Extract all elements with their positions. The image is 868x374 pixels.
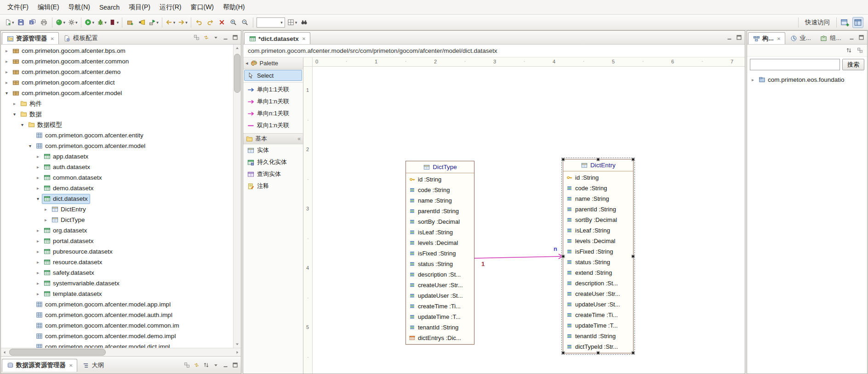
entity-attribute[interactable]: description :St... xyxy=(406,269,474,280)
tree-item[interactable]: com.primeton.gocom.afcenter.model.dict.i… xyxy=(1,341,233,348)
tree-item[interactable]: com.primeton.gocom.afcenter.model.demo.i… xyxy=(1,331,233,341)
menu-item[interactable]: 窗口(W) xyxy=(186,1,218,14)
tree-item[interactable]: com.primeton.gocom.afcenter.model.app.im… xyxy=(1,299,233,310)
twisty-icon[interactable]: ▸ xyxy=(3,69,11,74)
drawer-pin-icon[interactable]: « xyxy=(297,136,301,142)
maximize-icon[interactable] xyxy=(734,33,744,42)
twisty-icon[interactable]: ▸ xyxy=(34,175,42,180)
close-icon[interactable]: ✕ xyxy=(777,36,781,41)
entity-attribute[interactable]: isLeaf :String xyxy=(406,227,474,238)
entity-attribute[interactable]: updateTime :T... xyxy=(563,320,633,331)
profile-button[interactable]: ▾ xyxy=(108,17,120,28)
menu-item[interactable]: 项目(P) xyxy=(124,1,155,14)
twisty-icon[interactable]: ▸ xyxy=(34,260,42,265)
tree-item[interactable]: ▸systemvariable.datasetx xyxy=(1,278,233,289)
scrollbar-thumb[interactable] xyxy=(9,349,106,356)
twisty-icon[interactable]: ▸ xyxy=(34,186,42,191)
tree-item[interactable]: ▸com.primeton.gocom.afcenter.dict xyxy=(1,77,233,88)
redo-button[interactable] xyxy=(205,17,216,28)
tree-item[interactable]: ▾com.primeton.gocom.afcenter.model xyxy=(1,88,233,98)
palette-tool[interactable]: 注释 xyxy=(244,181,302,192)
twisty-icon[interactable]: ▸ xyxy=(34,249,42,254)
tree-item[interactable]: ▸构件 xyxy=(1,98,233,109)
entity-attribute[interactable]: isLeaf :String xyxy=(563,225,633,236)
view-tab[interactable]: 组... xyxy=(816,32,846,44)
view-tab[interactable]: 模板配置 xyxy=(59,32,103,44)
entity-attribute[interactable]: dictTypeId :Str... xyxy=(563,341,633,352)
minimize-icon[interactable] xyxy=(221,360,230,370)
twisty-icon[interactable]: ▸ xyxy=(42,207,50,212)
cancel-button[interactable] xyxy=(217,17,228,28)
palette-header[interactable]: ◂Palette xyxy=(243,57,303,69)
tree-item[interactable]: ▸DictEntry xyxy=(1,204,233,215)
collapse-all-icon[interactable] xyxy=(855,45,865,55)
search-flashlight-button[interactable] xyxy=(136,17,147,28)
new-wizard-button[interactable]: ▾ xyxy=(3,17,15,28)
vertical-scrollbar[interactable] xyxy=(233,45,241,348)
sort-icon[interactable] xyxy=(201,360,211,370)
scroll-down-icon[interactable] xyxy=(234,340,241,348)
tree-item[interactable]: ▸com.primeton.gocom.afcenter.demo xyxy=(1,67,233,77)
maximize-icon[interactable] xyxy=(230,360,240,370)
tree-item[interactable]: ▸safety.datasetx xyxy=(1,267,233,278)
twisty-icon[interactable]: ▸ xyxy=(42,217,50,222)
palette-tool[interactable]: 双向1:n关联 xyxy=(244,120,302,131)
entity-attribute[interactable]: code :String xyxy=(406,185,474,195)
tree-item[interactable]: ▾数据模型 xyxy=(1,119,233,130)
view-menu-icon[interactable] xyxy=(211,33,221,42)
entity-attribute[interactable]: createTime :Ti... xyxy=(406,301,474,312)
tree-item[interactable]: ▸resource.datasetx xyxy=(1,257,233,267)
selection-handle[interactable] xyxy=(632,158,635,161)
palette-tool[interactable]: 持久化实体 xyxy=(244,157,302,168)
save-button[interactable] xyxy=(16,17,27,28)
entity-attribute[interactable]: description :St... xyxy=(563,278,633,289)
entity-attribute[interactable]: createUser :Str... xyxy=(563,289,633,299)
entity-attribute[interactable]: name :String xyxy=(563,193,633,204)
zoom-out-button[interactable] xyxy=(240,17,251,28)
twisty-icon[interactable]: ▸ xyxy=(34,228,42,233)
entity-attribute[interactable]: levels :Decimal xyxy=(563,236,633,246)
twisty-icon[interactable]: ▾ xyxy=(26,143,34,148)
entity-DictEntry[interactable]: DictEntryid :Stringcode :Stringname :Str… xyxy=(563,159,634,353)
twisty-icon[interactable]: ▸ xyxy=(3,48,11,53)
entity-attribute[interactable]: sortBy :Decimal xyxy=(406,216,474,227)
twisty-icon[interactable]: ▸ xyxy=(34,291,42,296)
entity-attribute[interactable]: levels :Decimal xyxy=(406,238,474,248)
close-icon[interactable]: ✕ xyxy=(302,36,306,41)
entity-attribute[interactable]: name :String xyxy=(406,195,474,206)
search-input[interactable] xyxy=(750,59,840,70)
diagram-canvas[interactable]: DictTypeid :Stringcode :Stringname :Stri… xyxy=(313,67,745,374)
current-perspective-icon[interactable] xyxy=(852,17,863,28)
twisty-icon[interactable]: ▾ xyxy=(3,91,11,96)
zoom-combo[interactable]: ▾ xyxy=(257,17,285,28)
tree-item[interactable]: ▸portal.datasetx xyxy=(1,236,233,246)
debug-button[interactable]: ▾ xyxy=(96,17,108,28)
save-all-button[interactable] xyxy=(27,17,38,28)
view-tab[interactable]: 资源管理器✕ xyxy=(2,32,59,45)
scroll-right-icon[interactable] xyxy=(234,348,241,356)
undo-button[interactable] xyxy=(194,17,205,28)
entity-attribute[interactable]: dictEntrys :Dic... xyxy=(406,333,474,343)
print-button[interactable] xyxy=(39,17,50,28)
open-perspective-icon[interactable] xyxy=(839,17,851,28)
tree-item[interactable]: ▸auth.datasetx xyxy=(1,162,233,172)
entity-attribute[interactable]: updateTime :T... xyxy=(406,312,474,322)
selection-handle[interactable] xyxy=(562,351,565,355)
twisty-icon[interactable]: ▸ xyxy=(34,238,42,244)
entity-title[interactable]: DictEntry xyxy=(563,159,633,171)
tree-item[interactable]: ▾dict.datasetx xyxy=(1,193,233,204)
entity-attribute[interactable]: isFixed :String xyxy=(563,246,633,257)
view-tab[interactable]: 大纲 xyxy=(77,359,108,372)
entity-attribute[interactable]: createTime :Ti... xyxy=(563,310,633,320)
link-editor-icon[interactable] xyxy=(201,33,211,42)
tree-item[interactable]: ▸common.datasetx xyxy=(1,172,233,183)
collapse-palette-icon[interactable]: ◂ xyxy=(246,60,248,66)
tree-item[interactable]: ▸template.datasetx xyxy=(1,289,233,299)
view-tab[interactable]: 业... xyxy=(785,32,816,44)
minimize-icon[interactable] xyxy=(847,33,857,42)
view-menu-icon[interactable] xyxy=(211,360,221,370)
binoculars-button[interactable] xyxy=(298,17,309,28)
maximize-icon[interactable] xyxy=(230,33,240,42)
association-connection[interactable] xyxy=(313,67,745,374)
entity-attribute[interactable]: extend :String xyxy=(563,267,633,278)
